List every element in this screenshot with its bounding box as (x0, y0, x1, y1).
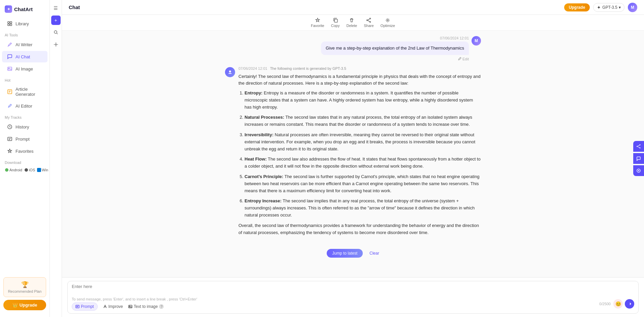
copy-button[interactable]: Copy (331, 18, 340, 28)
article-generator-icon (7, 89, 13, 95)
my-tracks-section: My Tracks (0, 112, 50, 121)
model-selector[interactable]: ✦ GPT-3.5 ▾ (593, 3, 624, 12)
clear-button[interactable]: Clear (369, 249, 379, 258)
sidebar-item-library[interactable]: Library (2, 18, 47, 29)
user-bubble: Give me a step-by-step explanation of th… (321, 41, 469, 55)
menu-icon-btn[interactable]: ☰ (51, 3, 61, 13)
sidebar-item-ai-editor[interactable]: AI Editor (2, 100, 47, 112)
svg-rect-20 (76, 305, 79, 308)
input-footer: To send message, press 'Enter', and to i… (72, 297, 634, 311)
library-label: Library (15, 21, 29, 26)
svg-point-13 (55, 44, 57, 45)
send-buttons: 😊 (613, 299, 634, 309)
ai-editor-label: AI Editor (15, 104, 32, 109)
user-message-row: 07/06/2024 12:01 Give me a step-by-step … (225, 36, 481, 61)
svg-rect-14 (334, 19, 337, 22)
svg-point-17 (369, 22, 371, 23)
ai-avatar (225, 67, 235, 77)
list-item: Natural Processes: The second law states… (245, 114, 481, 128)
ai-tools-section: AI Tools (0, 30, 50, 38)
ai-message-meta: 07/06/2024 12:01 The following content i… (238, 66, 481, 70)
plan-icon: 🏆 (7, 281, 42, 288)
input-actions: Prompt Improve (72, 302, 197, 311)
icon-column: ☰ + (50, 0, 62, 317)
sidebar-item-ai-image[interactable]: AI Image (2, 63, 47, 75)
favorites-icon (7, 148, 13, 154)
message-toolbar: Favorite Copy Delete Share (62, 15, 644, 31)
android-dl[interactable]: Android (5, 168, 22, 172)
ios-dl[interactable]: iOS (24, 168, 35, 172)
side-message-button[interactable] (633, 153, 644, 164)
improve-button[interactable]: Improve (100, 303, 126, 310)
ai-image-icon (7, 66, 13, 72)
ai-bubble: Certainly! The second law of thermodynam… (238, 73, 481, 236)
char-count: 0/2500 (599, 302, 611, 306)
sidebar-item-article-generator[interactable]: Article Generator (2, 84, 47, 99)
header: Chat Upgrade ✦ GPT-3.5 ▾ M (62, 0, 644, 15)
generated-by-label: The following content is generated by GP… (270, 66, 346, 70)
page-title: Chat (69, 4, 80, 10)
ai-chat-label: AI Chat (15, 54, 30, 59)
sidebar-bottom: 🏆 Recommended Plan 👑 Upgrade (0, 274, 50, 314)
share-button[interactable]: Share (364, 18, 374, 28)
text-to-image-button[interactable]: Text to image ? (128, 304, 164, 309)
favorite-button[interactable]: Favorite (311, 18, 324, 28)
svg-point-12 (54, 31, 57, 33)
prompt-label: Prompt (15, 137, 30, 142)
library-icon (7, 21, 13, 27)
history-label: History (15, 124, 29, 129)
svg-rect-0 (8, 22, 9, 23)
recommended-plan: 🏆 Recommended Plan (3, 277, 46, 297)
list-item: Irreversibility: Natural processes are o… (245, 132, 481, 152)
user-timestamp: 07/06/2024 12:01 (440, 36, 469, 40)
download-row: Android iOS Win (0, 166, 50, 174)
ai-message-row: 07/06/2024 12:01 The following content i… (225, 66, 481, 239)
info-icon: ? (159, 304, 164, 309)
search-icon-btn[interactable] (51, 28, 61, 37)
list-item: Entropy Increase: The second law implies… (245, 198, 481, 219)
ai-intro: Certainly! The second law of thermodynam… (238, 73, 481, 87)
chat-messages: 07/06/2024 12:01 Give me a step-by-step … (222, 31, 484, 249)
svg-point-18 (387, 20, 388, 21)
delete-button[interactable]: Delete (346, 18, 357, 28)
list-item: Heat Flow: The second law also addresses… (245, 156, 481, 170)
ai-chat-icon (7, 54, 13, 60)
emoji-button[interactable]: 😊 (613, 299, 623, 309)
side-share-button[interactable] (633, 141, 644, 152)
svg-rect-2 (8, 24, 9, 26)
model-label: GPT-3.5 (602, 5, 617, 10)
prompt-button[interactable]: Prompt (72, 302, 98, 311)
hot-section: Hot (0, 75, 50, 84)
svg-point-10 (25, 168, 28, 172)
svg-point-9 (5, 168, 8, 172)
settings-icon-btn[interactable] (51, 40, 61, 49)
edit-button[interactable]: Edit (458, 57, 469, 61)
article-generator-label: Article Generator (15, 87, 43, 97)
jump-to-latest-button[interactable]: Jump to latest (327, 249, 363, 258)
sidebar-item-history[interactable]: History (2, 121, 47, 133)
sidebar-item-ai-chat[interactable]: AI Chat (2, 51, 47, 62)
user-avatar-msg: M (472, 36, 481, 46)
header-upgrade-button[interactable]: Upgrade (564, 3, 590, 11)
input-area: To send message, press 'Enter', and to i… (62, 277, 644, 317)
svg-point-15 (369, 18, 371, 19)
optimize-button[interactable]: Optimize (381, 18, 395, 28)
sidebar-item-ai-writer[interactable]: AI Writer (2, 39, 47, 50)
svg-rect-1 (10, 22, 12, 23)
new-chat-button[interactable]: + (51, 16, 61, 25)
sidebar-item-prompt[interactable]: Prompt (2, 133, 47, 145)
svg-rect-6 (8, 90, 12, 94)
side-chat-button[interactable] (633, 165, 644, 176)
upgrade-button[interactable]: 👑 Upgrade (3, 300, 46, 310)
sidebar-item-favorites[interactable]: Favorites (2, 145, 47, 157)
win-dl[interactable]: Win (37, 168, 48, 172)
user-message-meta: 07/06/2024 12:01 (440, 36, 469, 40)
svg-point-19 (229, 70, 231, 73)
message-input[interactable] (72, 284, 634, 294)
user-avatar: M (628, 3, 637, 12)
app-name: ChatArt (14, 6, 33, 12)
plan-text: Recommended Plan (7, 289, 42, 293)
favorites-label: Favorites (15, 149, 33, 154)
send-button[interactable] (625, 299, 634, 309)
list-item: Carnot's Principle: The second law is fu… (245, 173, 481, 194)
